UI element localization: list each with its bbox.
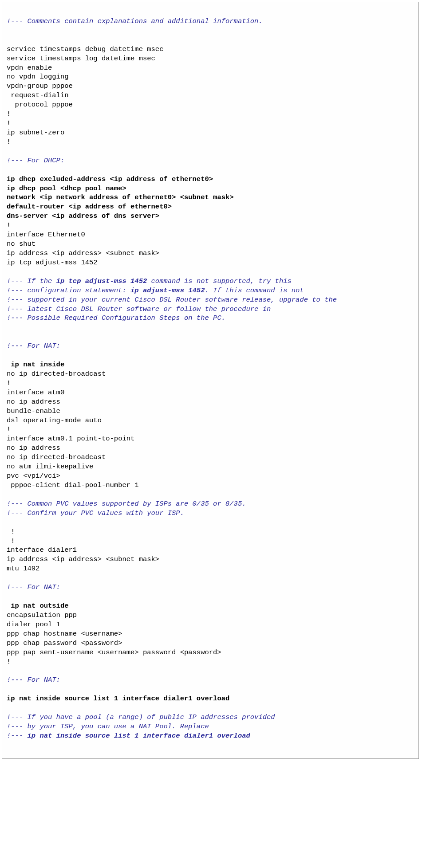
code-line: !--- supported in your current Cisco DSL… <box>7 296 337 304</box>
code-segment: ! <box>7 537 15 545</box>
code-line: ip nat inside <box>7 361 64 369</box>
code-segment: pvc <vpi/vci> <box>7 472 60 480</box>
code-line: ip nat inside source list 1 interface di… <box>7 695 229 703</box>
code-line: ppp chap hostname <username> <box>7 630 122 638</box>
code-segment: !--- For DHCP: <box>7 157 64 165</box>
code-segment: no ip address <box>7 444 60 452</box>
code-line: ip address <ip address> <subnet mask> <box>7 249 159 257</box>
code-segment: !--- Possible Required Configuration Ste… <box>7 314 225 322</box>
code-segment: !--- supported in your current Cisco DSL… <box>7 296 337 304</box>
code-segment: . If this command is not <box>205 287 304 295</box>
code-segment: ip dhcp excluded-address <ip address of … <box>7 175 213 183</box>
code-segment: no vpdn logging <box>7 73 69 81</box>
code-segment: dns-server <ip address of dns server> <box>7 212 159 220</box>
config-document: !--- Comments contain explanations and a… <box>2 2 419 759</box>
code-line: ip dhcp excluded-address <ip address of … <box>7 175 213 183</box>
code-segment: ip address <ip address> <subnet mask> <box>7 555 159 563</box>
code-line: ! <box>7 138 11 146</box>
code-segment: network <ip network address of ethernet0… <box>7 193 234 201</box>
code-segment: ! <box>7 119 11 127</box>
code-line: interface dialer1 <box>7 546 77 554</box>
code-line: ! <box>7 119 11 127</box>
code-line: ! <box>7 379 11 387</box>
code-segment: ip address <ip address> <subnet mask> <box>7 249 159 257</box>
code-line: ppp chap password <password> <box>7 639 122 647</box>
code-line: vpdn-group pppoe <box>7 82 73 90</box>
code-segment: !--- For NAT: <box>7 342 60 350</box>
code-line: !--- For NAT: <box>7 342 60 350</box>
code-segment: !--- <box>7 732 28 740</box>
code-segment: ! <box>7 379 11 387</box>
code-segment: no shut <box>7 240 36 248</box>
code-segment: no atm ilmi-keepalive <box>7 463 93 471</box>
code-line: !--- For NAT: <box>7 676 60 684</box>
code-line: ip dhcp pool <dhcp pool name> <box>7 185 126 192</box>
code-line: no ip directed-broadcast <box>7 453 106 461</box>
code-line: ip address <ip address> <subnet mask> <box>7 555 159 563</box>
code-line: pvc <vpi/vci> <box>7 472 60 480</box>
code-line: interface Ethernet0 <box>7 231 85 239</box>
code-segment: interface Ethernet0 <box>7 231 85 239</box>
code-line: ip subnet-zero <box>7 129 64 137</box>
code-line: ip nat outside <box>7 602 69 610</box>
code-line: no vpdn logging <box>7 73 69 81</box>
code-line: ! <box>7 658 11 666</box>
code-segment: dialer pool 1 <box>7 621 60 628</box>
code-segment: encapsulation ppp <box>7 611 77 619</box>
code-segment: no ip address <box>7 398 60 406</box>
code-line: dsl operating-mode auto <box>7 416 102 424</box>
code-line: !--- For DHCP: <box>7 157 64 165</box>
code-line: ip tcp adjust-mss 1452 <box>7 259 98 267</box>
code-segment: ip tcp adjust-mss 1452 <box>56 277 147 285</box>
code-line: ! <box>7 425 11 433</box>
code-segment: !--- If the <box>7 277 56 285</box>
code-segment: ip nat outside <box>7 602 69 610</box>
code-line: no ip directed-broadcast <box>7 370 106 378</box>
code-segment: !--- If you have a pool (a range) of pub… <box>7 713 275 721</box>
code-segment: ip nat inside source list 1 interface di… <box>7 695 229 703</box>
code-segment: pppoe-client dial-pool-number 1 <box>7 481 139 489</box>
code-segment: service timestamps debug datetime msec <box>7 45 163 53</box>
code-line: !--- Comments contain explanations and a… <box>7 17 263 25</box>
code-line: vpdn enable <box>7 64 52 72</box>
code-line: dns-server <ip address of dns server> <box>7 212 159 220</box>
code-line: !--- Confirm your PVC values with your I… <box>7 509 184 517</box>
code-line: network <ip network address of ethernet0… <box>7 193 234 201</box>
code-line: ppp pap sent-username <username> passwor… <box>7 648 221 656</box>
code-segment: vpdn-group pppoe <box>7 82 73 90</box>
code-line: protocol pppoe <box>7 101 73 109</box>
code-line: ! <box>7 528 15 536</box>
code-line: !--- configuration statement: ip adjust-… <box>7 287 304 295</box>
code-segment: ! <box>7 658 11 666</box>
code-segment: !--- Common PVC values supported by ISPs… <box>7 500 246 508</box>
code-line: !--- For NAT: <box>7 583 60 591</box>
code-segment: vpdn enable <box>7 64 52 72</box>
code-segment: protocol pppoe <box>7 101 73 109</box>
code-line: interface atm0.1 point-to-point <box>7 435 134 443</box>
code-segment: ip dhcp pool <dhcp pool name> <box>7 185 126 192</box>
code-line: service timestamps debug datetime msec <box>7 45 163 53</box>
code-segment: request-dialin <box>7 91 69 99</box>
code-segment: interface dialer1 <box>7 546 77 554</box>
code-segment: default-router <ip address of ethernet0> <box>7 203 172 211</box>
code-line: !--- latest Cisco DSL Router software or… <box>7 305 271 313</box>
code-segment: ! <box>7 110 11 118</box>
code-segment: service timestamps log datetime msec <box>7 55 155 63</box>
code-segment: interface atm0.1 point-to-point <box>7 435 134 443</box>
code-line: !--- Common PVC values supported by ISPs… <box>7 500 246 508</box>
config-code-block: !--- Comments contain explanations and a… <box>7 8 414 741</box>
code-line: !--- ip nat inside source list 1 interfa… <box>7 732 250 740</box>
code-line: no atm ilmi-keepalive <box>7 463 93 471</box>
code-segment: ppp chap hostname <username> <box>7 630 122 638</box>
code-line: !--- If you have a pool (a range) of pub… <box>7 713 275 721</box>
code-line: interface atm0 <box>7 389 64 397</box>
code-segment: ! <box>7 528 15 536</box>
code-segment: ip nat inside <box>7 361 64 369</box>
code-segment: command is not supported, try this <box>147 277 292 285</box>
code-segment: no ip directed-broadcast <box>7 453 106 461</box>
code-segment: !--- Comments contain explanations and a… <box>7 17 263 25</box>
code-segment: ip tcp adjust-mss 1452 <box>7 259 98 267</box>
code-line: pppoe-client dial-pool-number 1 <box>7 481 139 489</box>
code-line: !--- If the ip tcp adjust-mss 1452 comma… <box>7 277 292 285</box>
code-line: service timestamps log datetime msec <box>7 55 155 63</box>
